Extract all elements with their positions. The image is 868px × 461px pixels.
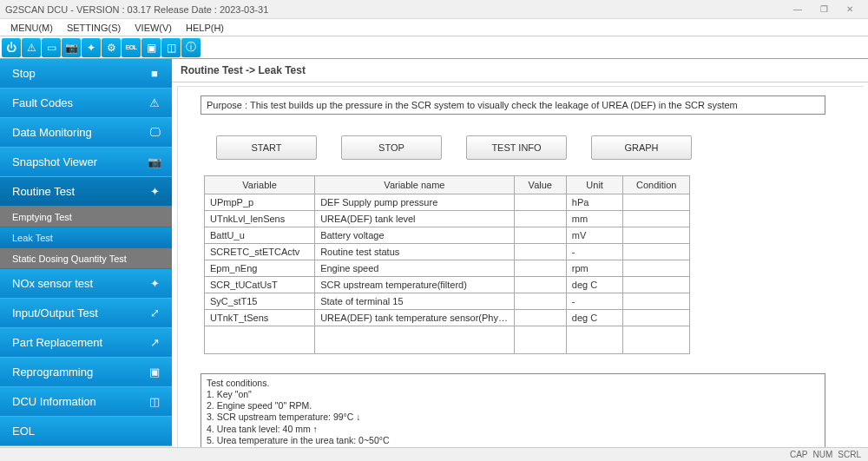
col-unit[interactable]: Unit (566, 176, 623, 194)
table-row[interactable]: BattU_uBattery voltagemV (205, 227, 690, 244)
menu-menu[interactable]: MENU(M) (3, 21, 60, 35)
sidebar-sub-leak-test[interactable]: Leak Test (0, 227, 172, 248)
sidebar-sub-label: Leak Test (12, 233, 53, 243)
col-value[interactable]: Value (514, 176, 566, 194)
table-row[interactable]: SCRETC_stETCActvRoutine test status- (205, 244, 690, 260)
cell-var: UTnkT_tSens (205, 310, 315, 326)
menu-help[interactable]: HELP(H) (179, 21, 231, 35)
cell-value (514, 227, 566, 244)
minimize-button[interactable]: — (785, 2, 811, 17)
table-row[interactable]: UTnkLvl_lenSensUREA(DEF) tank levelmm (205, 211, 690, 227)
maximize-button[interactable]: ❐ (811, 2, 837, 17)
chip-icon[interactable]: ◫ (161, 38, 181, 57)
close-button[interactable]: ✕ (837, 2, 863, 17)
reprog-icon: ▣ (146, 364, 163, 381)
cell-name: UREA(DEF) tank level (315, 211, 515, 227)
purpose-text: Purpose : This test builds up the pressu… (201, 95, 825, 115)
sidebar-item-label: Snapshot Viewer (12, 155, 97, 168)
cell-value (514, 194, 566, 211)
gear-icon[interactable]: ⚙ (102, 38, 121, 57)
eol-icon[interactable]: EOL (122, 38, 141, 57)
sidebar-item-io-test[interactable]: Input/Output Test ⤢ (0, 299, 172, 328)
camera-icon[interactable]: 📷 (62, 38, 81, 57)
table-row[interactable]: UTnkT_tSensUREA(DEF) tank temperature se… (205, 310, 690, 326)
sidebar-item-eol[interactable]: EOL (0, 417, 172, 446)
sidebar-item-stop[interactable]: Stop ■ (0, 59, 172, 89)
menubar: MENU(M) SETTING(S) VIEW(V) HELP(H) (0, 19, 868, 36)
stop-icon: ■ (146, 65, 163, 82)
io-icon: ⤢ (146, 305, 163, 322)
cluster-icon: ✦ (146, 275, 163, 293)
titlebar: G2SCAN DCU - VERSION : 03.17 Release Dat… (0, 0, 868, 19)
cell-var: SCR_tUCatUsT (205, 277, 315, 293)
cell-unit: - (566, 293, 623, 310)
status-num: NUM (813, 450, 833, 459)
sidebar-item-snapshot-viewer[interactable]: Snapshot Viewer 📷 (0, 148, 172, 177)
camera-icon: 📷 (146, 154, 163, 171)
cell-name: UREA(DEF) tank temperature sensor(Physic… (315, 310, 515, 326)
cluster-icon[interactable]: ✦ (82, 38, 101, 57)
sidebar-item-routine-test[interactable]: Routine Test ✦ (0, 177, 172, 207)
cell-name: State of terminal 15 (315, 293, 515, 310)
cell-value (514, 310, 566, 326)
table-row-empty (205, 326, 690, 354)
doc-icon[interactable]: ▭ (42, 38, 61, 57)
warning-icon: ⚠ (146, 95, 163, 112)
toolbar: ⏻ ⚠ ▭ 📷 ✦ ⚙ EOL ▣ ◫ ⓘ (0, 36, 868, 59)
status-cap: CAP (790, 450, 808, 459)
cell-cond (623, 244, 690, 260)
conditions-title: Test conditions. (207, 378, 819, 389)
info-icon[interactable]: ⓘ (181, 38, 201, 57)
sidebar-item-fault-codes[interactable]: Fault Codes ⚠ (0, 89, 172, 118)
sidebar-sub-static-dosing[interactable]: Static Dosing Quantity Test (0, 248, 172, 269)
sidebar-sub-emptying-test[interactable]: Emptying Test (0, 207, 172, 227)
sidebar-item-reprogramming[interactable]: Reprogramming ▣ (0, 358, 172, 387)
cell-name: Engine speed (315, 260, 515, 277)
main-panel: Routine Test -> Leak Test Purpose : This… (172, 59, 868, 447)
cell-unit: mm (566, 211, 623, 227)
power-icon[interactable]: ⏻ (2, 38, 21, 57)
cell-value (514, 277, 566, 293)
cell-var: SCRETC_stETCActv (205, 244, 315, 260)
cluster-icon: ✦ (146, 183, 163, 201)
condition-line: 1. Key "on" (207, 389, 819, 400)
menu-setting[interactable]: SETTING(S) (60, 21, 128, 35)
table-row[interactable]: SCR_tUCatUsTSCR upstream temperature(fil… (205, 277, 690, 293)
cell-var: BattU_u (205, 227, 315, 244)
monitor-icon: 🖵 (146, 124, 163, 142)
sidebar-item-nox-sensor-test[interactable]: NOx sensor test ✦ (0, 269, 172, 299)
start-button[interactable]: START (216, 135, 317, 160)
table-row[interactable]: Epm_nEngEngine speedrpm (205, 260, 690, 277)
sidebar-sub-label: Emptying Test (12, 212, 72, 222)
cell-unit: rpm (566, 260, 623, 277)
menu-view[interactable]: VIEW(V) (128, 21, 179, 35)
window-title: G2SCAN DCU - VERSION : 03.17 Release Dat… (5, 4, 785, 15)
cell-unit: hPa (566, 194, 623, 211)
warning-icon[interactable]: ⚠ (22, 38, 41, 57)
table-row[interactable]: UPmpP_pDEF Supply pump pressurehPa (205, 194, 690, 211)
sidebar-item-label: Stop (12, 67, 36, 80)
col-variable[interactable]: Variable (205, 176, 315, 194)
test-info-button[interactable]: TEST INFO (466, 135, 567, 160)
cell-cond (623, 310, 690, 326)
col-variable-name[interactable]: Variable name (315, 176, 515, 194)
stop-button[interactable]: STOP (341, 135, 442, 160)
cell-var: UPmpP_p (205, 194, 315, 211)
cell-unit: deg C (566, 310, 623, 326)
condition-line: 5. Urea temperature in the urea tank: 0~… (207, 435, 819, 446)
sidebar-item-dcu-information[interactable]: DCU Information ◫ (0, 387, 172, 417)
sidebar: Stop ■ Fault Codes ⚠ Data Monitoring 🖵 S… (0, 59, 172, 447)
statusbar: CAP NUM SCRL (0, 447, 868, 461)
sidebar-item-data-monitoring[interactable]: Data Monitoring 🖵 (0, 118, 172, 148)
sidebar-item-label: Data Monitoring (12, 126, 92, 139)
sidebar-item-label: EOL (12, 425, 35, 438)
col-condition[interactable]: Condition (623, 176, 690, 194)
cell-cond (623, 227, 690, 244)
sidebar-item-part-replacement[interactable]: Part Replacement ↗ (0, 328, 172, 358)
swap-icon: ↗ (146, 334, 163, 352)
variables-table: Variable Variable name Value Unit Condit… (204, 175, 690, 354)
cell-name: Battery voltage (315, 227, 515, 244)
panel-icon[interactable]: ▣ (141, 38, 161, 57)
table-row[interactable]: SyC_stT15State of terminal 15- (205, 293, 690, 310)
graph-button[interactable]: GRAPH (591, 135, 692, 160)
